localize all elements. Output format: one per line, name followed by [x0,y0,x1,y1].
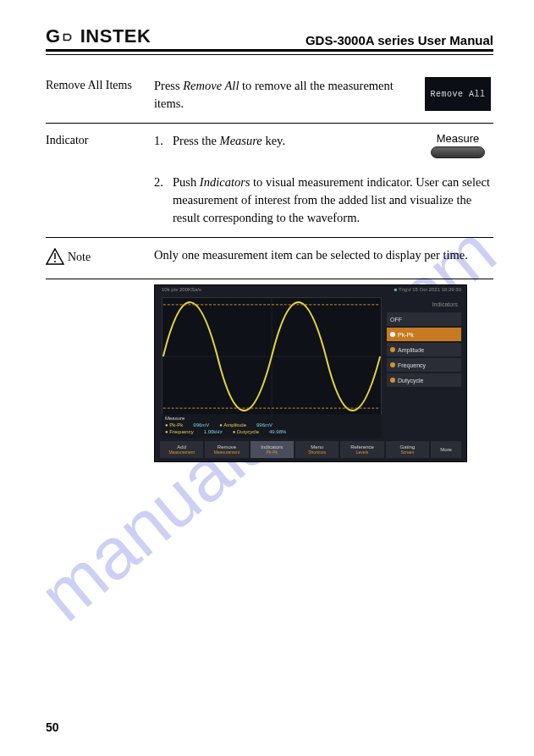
step-1-text: Press the Measure key. [173,132,285,150]
text: Trig'd 15 Oct 2021 16:29:30 [399,287,461,292]
panel-item-dutycycle[interactable]: Dutycycle [387,373,461,387]
panel-item-pkpk[interactable]: Pk-Pk [387,328,461,341]
indicator-label: Indicator [46,132,154,147]
menu-reference[interactable]: ReferenceLevels [340,441,383,458]
oscilloscope-screenshot: 10k pts 200KSa/s ■ Trig'd 15 Oct 2021 16… [154,284,467,462]
text: Press [154,79,183,92]
indicator-side-panel: Indicators OFF Pk-Pk Amplitude Frequency… [387,297,461,387]
waveform-area [162,297,382,416]
text: Dutycycle [398,378,423,384]
warning-icon [46,248,64,268]
text: Measurement [168,450,195,455]
text: Measurement [214,450,240,455]
menu-remove[interactable]: RemoveMeasurement [205,441,248,458]
status-left: 10k pts 200KSa/s [162,287,201,295]
measure-key-label: Measure [425,132,491,145]
remove-all-button[interactable]: Remove All [425,77,491,111]
text: Pk-Pk [169,422,183,428]
note-label: Note [68,251,91,263]
page-header: G⫐ GW INSTEKINSTEK GDS-3000A series User… [46,25,493,52]
page-number: 50 [46,720,59,734]
divider [46,279,493,279]
menu-shortcuts[interactable]: MenuShortcuts [295,441,339,458]
step-2: 2. Push Indicators to visual measurement… [154,174,493,227]
step-number: 1. [154,132,166,150]
text: Dutycycle [237,429,259,434]
readout-title: Measure [165,416,378,422]
readout-val: 49.98% [269,429,286,436]
text: Push [173,175,200,189]
text-em: Measure [220,134,262,147]
scope-status-bar: 10k pts 200KSa/s ■ Trig'd 15 Oct 2021 16… [162,287,461,295]
sine-wave-icon [162,298,381,415]
remove-all-label: Remove All Items [46,77,154,92]
note-section: Note Only one measurement item can be se… [46,240,493,277]
note-text: Only one measurement item can be selecte… [154,246,493,264]
readout-val: 996mV [193,422,209,429]
measurement-readout: Measure ● Pk-Pk 996mV ● Amplitude 996mV … [162,414,382,438]
text: Amplitude [223,422,246,428]
note-label-col: Note [46,246,154,268]
text: key. [262,134,285,147]
text: Pk-Pk [267,450,278,455]
indicator-step2: 2. Push Indicators to visual measurement… [46,167,493,235]
remove-all-section: Remove All Items Press Remove All to rem… [46,70,493,121]
panel-item-amplitude[interactable]: Amplitude [387,343,461,356]
divider [46,123,493,124]
step-number: 2. [154,174,166,191]
readout-val: 1.00kHz [204,429,223,436]
text-em: Remove All [183,79,239,92]
text: Amplitude [398,347,424,353]
readout-val: 996mV [256,422,273,429]
scope-bottom-menu: AddMeasurement RemoveMeasurement Indicat… [160,441,461,458]
panel-item-frequency[interactable]: Frequency [387,358,461,372]
header-rule [46,52,493,55]
text: Pk-Pk [398,332,414,338]
remove-all-text: Press Remove All to remove all the measu… [154,77,422,113]
measure-key[interactable]: Measure [425,132,491,158]
divider [46,237,493,238]
status-right: ■ Trig'd 15 Oct 2021 16:29:30 [394,287,461,295]
panel-item-off[interactable]: OFF [387,312,461,326]
page-content: G⫐ GW INSTEKINSTEK GDS-3000A series User… [0,0,534,488]
text: Levels [356,450,368,455]
text: Shortcuts [308,450,326,455]
menu-indicators[interactable]: IndicatorsPk-Pk [250,441,294,458]
brand-logo: G⫐ GW INSTEKINSTEK [46,25,151,47]
indicator-section: Indicator 1. Press the Measure key. Meas… [46,125,493,167]
manual-title: GDS-3000A series User Manual [306,33,493,47]
step-1: 1. Press the Measure key. [154,132,416,150]
text: Frequency [398,362,426,368]
menu-more[interactable]: More [431,441,461,458]
menu-add[interactable]: AddMeasurement [160,441,203,458]
text: Screen [400,450,414,455]
text: Frequency [169,429,193,434]
step-2-text: Push Indicators to visual measurement in… [173,174,493,227]
text-em: Indicators [200,175,250,189]
text: Press the [173,134,220,147]
menu-gating[interactable]: GatingScreen [386,441,429,458]
side-header: Indicators [387,297,461,311]
svg-point-1 [54,261,56,262]
measure-key-icon [431,146,485,158]
